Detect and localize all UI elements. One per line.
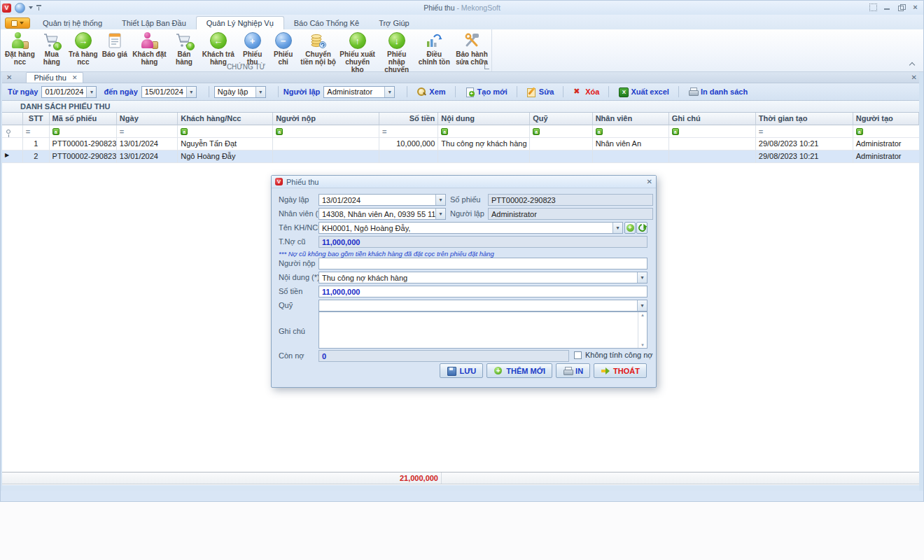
column-header[interactable]: Ghi chú	[669, 113, 756, 125]
column-header[interactable]: STT	[23, 113, 50, 125]
delete-button[interactable]: Xóa	[568, 87, 603, 97]
text-filter-icon	[596, 128, 603, 135]
tab-phieu-thu[interactable]: Phiếu thu ✕	[26, 72, 83, 83]
column-header[interactable]: Số tiền	[379, 113, 438, 125]
dropdown-arrow-icon[interactable]	[637, 300, 647, 311]
refresh-customer-button[interactable]	[636, 222, 648, 234]
view-button[interactable]: Xem	[412, 87, 449, 97]
print-list-button[interactable]: In danh sách	[684, 87, 752, 97]
customer-select[interactable]: KH0001, Ngô Hoàng Đẫy,	[318, 222, 623, 234]
table-row-selected[interactable]: ▶ 2 PTT00002-290823 13/01/2024 Ngô Hoàng…	[2, 150, 919, 163]
ribbon-item-bao-gia[interactable]: Báo giá	[99, 31, 130, 59]
ribbon-item-bao-hanh-sua-chua[interactable]: Bảo hành sửa chữa	[452, 31, 491, 66]
ribbon-item-chuyen-tien-noi-bo[interactable]: Chuyển tiền nội bộ	[299, 31, 338, 66]
dropdown-arrow-icon[interactable]	[637, 272, 647, 283]
fullscreen-icon[interactable]	[869, 4, 877, 11]
plus-icon	[626, 224, 634, 232]
equals-filter-icon	[382, 127, 386, 136]
amount-input[interactable]: 11,000,000	[318, 286, 648, 298]
creator-select[interactable]: Administrator	[323, 86, 395, 98]
quick-access-customize-icon[interactable]	[36, 5, 41, 10]
dropdown-arrow-icon[interactable]	[435, 195, 445, 205]
customer-return-icon	[209, 31, 227, 50]
column-header[interactable]: Mã số phiếu	[50, 113, 117, 125]
minimize-icon[interactable]	[883, 4, 891, 11]
column-header[interactable]: Quỹ	[530, 113, 592, 125]
old-debt-field: 11,000,000	[318, 236, 648, 248]
column-header[interactable]: Khách hàng/Ncc	[178, 113, 273, 125]
memo-textarea[interactable]	[318, 312, 648, 349]
tab-thiet-lap-ban-dau[interactable]: Thiết Lập Ban Đầu	[112, 17, 196, 29]
text-filter-icon	[533, 128, 540, 135]
no-debt-checkbox[interactable]	[574, 351, 582, 359]
restore-icon[interactable]	[897, 4, 905, 11]
employee-select[interactable]: 14308, Nhân viên An, 0939 55 11 90	[318, 208, 446, 220]
group-dialog-launcher-icon[interactable]	[484, 64, 489, 69]
date-type-select[interactable]: Ngày lập	[214, 86, 266, 98]
tab-quan-ly-nghiep-vu[interactable]: Quản Lý Nghiệp Vụ	[196, 16, 284, 29]
ribbon-item-khach-tra-hang[interactable]: Khách trả hàng	[200, 31, 237, 66]
export-excel-button[interactable]: Xuất excel	[614, 87, 673, 97]
column-header[interactable]	[2, 113, 23, 125]
exit-button[interactable]: THOÁT	[594, 363, 647, 378]
window-title: Phiếu thu - MekongSoft	[1, 4, 923, 12]
tab-quan-tri-he-thong[interactable]: Quản trị hệ thống	[33, 17, 112, 29]
ribbon-item-tra-hang-ncc[interactable]: Trả hàng ncc	[67, 31, 99, 66]
scrollbar[interactable]	[638, 312, 647, 348]
grid-total-row: 21,000,000	[2, 472, 919, 484]
cell-stt: 2	[23, 150, 50, 163]
content-select[interactable]: Thu công nợ khách hàng	[318, 272, 648, 284]
user-icon[interactable]	[15, 3, 25, 13]
date-input[interactable]: 13/01/2024	[318, 194, 446, 206]
create-new-button[interactable]: Tạo mới	[461, 87, 512, 97]
to-date-input[interactable]: 15/01/2024	[141, 86, 197, 98]
fund-select[interactable]	[318, 300, 648, 312]
app-logo-icon[interactable]: V	[2, 4, 11, 13]
chevron-down-icon[interactable]	[29, 6, 33, 9]
ribbon-item-ban-hang[interactable]: Bán hàng	[169, 31, 200, 66]
close-all-tabs-icon[interactable]: ✕	[2, 74, 16, 83]
close-icon[interactable]: ×	[911, 4, 919, 11]
dropdown-arrow-icon[interactable]	[86, 87, 96, 97]
ribbon-item-khach-dat-hang[interactable]: Khách đặt hàng	[130, 31, 169, 66]
edit-button[interactable]: Sửa	[522, 87, 558, 97]
close-tab-icon[interactable]: ✕	[911, 74, 917, 81]
receipt-voucher-icon	[243, 31, 262, 50]
application-menu-button[interactable]	[5, 18, 30, 29]
column-header[interactable]: Thời gian tạo	[756, 113, 853, 125]
column-header[interactable]: Người nộp	[273, 113, 379, 125]
tab-tro-giup[interactable]: Trợ Giúp	[369, 17, 419, 29]
dropdown-arrow-icon[interactable]	[435, 209, 445, 219]
payer-input[interactable]	[318, 258, 648, 270]
dropdown-arrow-icon[interactable]	[384, 87, 394, 97]
customer-order-icon	[140, 31, 158, 50]
ribbon-item-dat-hang-ncc[interactable]: Đặt hàng ncc	[4, 31, 36, 66]
ribbon-tab-row: Quản trị hệ thống Thiết Lập Ban Đầu Quản…	[1, 15, 923, 29]
tab-close-icon[interactable]: ✕	[72, 74, 78, 81]
column-header[interactable]: Người tạo	[853, 113, 919, 125]
table-row[interactable]: 1 PTT00001-290823 13/01/2024 Nguyễn Tấn …	[2, 138, 919, 150]
column-header[interactable]: Nhân viên	[593, 113, 669, 125]
ribbon-item-phieu-thu[interactable]: Phiếu thu	[237, 31, 268, 66]
delete-icon	[573, 87, 582, 97]
save-button[interactable]: LƯU	[440, 363, 483, 378]
ribbon-collapse-icon[interactable]	[909, 62, 915, 67]
add-customer-button[interactable]	[624, 222, 636, 234]
column-header[interactable]: Ngày	[117, 113, 178, 125]
dropdown-arrow-icon[interactable]	[612, 223, 622, 233]
dropdown-arrow-icon[interactable]	[186, 87, 196, 97]
add-new-button[interactable]: THÊM MỚI	[486, 363, 552, 378]
ribbon-item-mua-hang[interactable]: Mua hàng	[36, 31, 67, 66]
cell-payer	[273, 150, 379, 163]
print-button[interactable]: IN	[556, 363, 590, 378]
text-filter-icon	[441, 128, 448, 135]
from-date-input[interactable]: 01/01/2024	[41, 86, 97, 98]
ribbon-item-phieu-chi[interactable]: Phiếu chi	[268, 31, 299, 66]
dialog-close-icon[interactable]: ✕	[647, 178, 652, 186]
ribbon-item-dieu-chinh-ton[interactable]: Điều chỉnh tồn	[416, 31, 452, 66]
dropdown-arrow-icon[interactable]	[255, 87, 265, 97]
payer-label: Người nộp	[279, 259, 316, 267]
column-header[interactable]: Nội dung	[438, 113, 530, 125]
tab-bao-cao-thong-ke[interactable]: Báo Cáo Thống Kê	[284, 17, 369, 29]
dialog-title-bar[interactable]: V Phiếu thu ✕	[272, 176, 656, 188]
